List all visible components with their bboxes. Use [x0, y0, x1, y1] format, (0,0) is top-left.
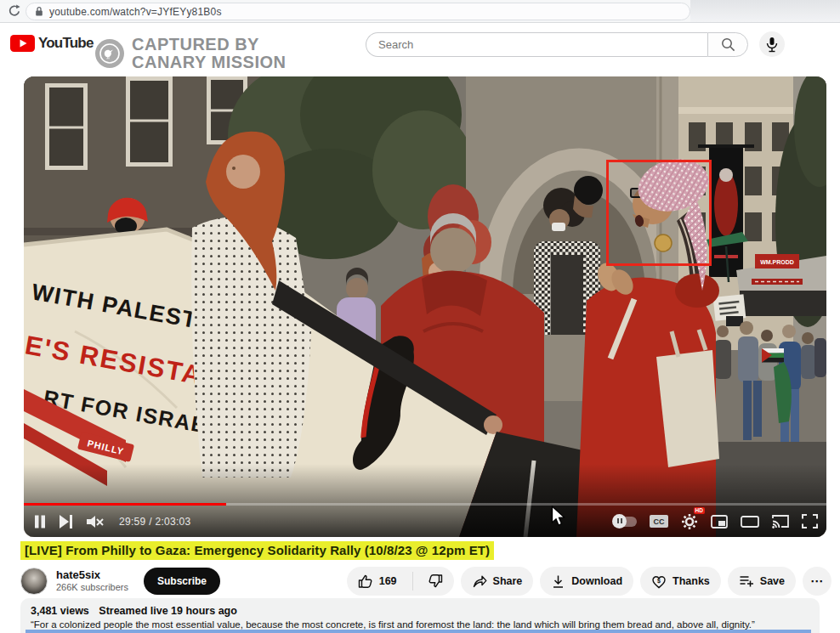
url-text: youtube.com/watch?v=JYfEYy81B0s — [49, 6, 222, 18]
browser-chrome-corner — [690, 0, 840, 22]
mouse-cursor — [551, 506, 565, 527]
palestinian-flag — [762, 348, 784, 363]
download-icon — [551, 574, 565, 589]
dislike-button[interactable] — [419, 567, 454, 596]
canary-mission-watermark: CAPTURED BY CANARY MISSION — [95, 36, 286, 71]
cast-button[interactable] — [772, 514, 789, 528]
watermark-text: CAPTURED BY CANARY MISSION — [132, 36, 286, 71]
divider — [412, 572, 413, 591]
save-label: Save — [760, 575, 785, 587]
mic-button[interactable] — [759, 31, 785, 57]
share-button[interactable]: Share — [461, 567, 534, 596]
watermark-line1: CAPTURED BY — [132, 36, 286, 54]
miniplayer-button[interactable] — [711, 515, 728, 528]
share-label: Share — [493, 575, 523, 587]
like-count: 169 — [379, 575, 397, 587]
thanks-button[interactable]: $ Thanks — [640, 567, 721, 596]
mic-icon — [766, 37, 778, 53]
hd-quality-badge: HD — [694, 507, 705, 515]
view-count: 3,481 views — [31, 605, 89, 617]
lock-icon — [35, 6, 43, 17]
channel-avatar[interactable] — [20, 568, 48, 595]
gear-icon — [681, 513, 698, 530]
fullscreen-button[interactable] — [802, 514, 818, 528]
search-button[interactable] — [707, 32, 748, 57]
reload-icon[interactable] — [7, 3, 22, 19]
time-display: 29:59 / 2:03:03 — [119, 516, 191, 528]
description-quote: “For a colonized people the most essenti… — [31, 619, 809, 630]
video-player[interactable]: WM.PRODD — [24, 76, 826, 537]
thumbs-down-icon — [428, 574, 443, 589]
mute-icon[interactable] — [85, 514, 105, 529]
next-button[interactable] — [59, 515, 74, 528]
thanks-label: Thanks — [673, 575, 710, 587]
text-selection-strip — [26, 630, 811, 633]
download-label: Download — [571, 575, 622, 587]
search-box[interactable] — [366, 32, 707, 57]
youtube-header: YouTube CAPTURED BY CANARY MISSION — [0, 24, 840, 76]
like-dislike-group: 169 — [347, 567, 454, 596]
channel-name[interactable]: hate5six — [56, 569, 128, 582]
share-icon — [472, 574, 487, 589]
channel-subscribers: 266K subscribers — [56, 582, 128, 593]
svg-text:$: $ — [657, 578, 661, 585]
settings-button[interactable]: HD — [681, 513, 698, 530]
watermark-line2: CANARY MISSION — [132, 54, 286, 71]
description-box[interactable]: 3,481 views Streamed live 19 hours ago “… — [20, 598, 820, 633]
browser-address-bar: youtube.com/watch?v=JYfEYy81B0s — [0, 0, 840, 23]
youtube-logo[interactable]: YouTube — [10, 35, 94, 52]
theater-mode-button[interactable] — [741, 516, 759, 528]
autoplay-toggle[interactable] — [614, 517, 637, 527]
subscribe-button[interactable]: Subscribe — [144, 568, 220, 595]
channel-row: hate5six 266K subscribers Subscribe 169 — [20, 563, 831, 599]
search-icon — [721, 37, 735, 52]
player-controls: 29:59 / 2:03:03 CC HD — [24, 506, 826, 537]
video-title: [LIVE] From Philly to Gaza: Emergency So… — [20, 541, 494, 560]
save-button[interactable]: Save — [728, 567, 796, 596]
youtube-play-icon — [10, 35, 35, 52]
thanks-heart-icon: $ — [651, 574, 667, 589]
video-actions: 169 Share Download — [347, 567, 831, 596]
thumbs-up-icon — [358, 574, 373, 589]
video-title-row: [LIVE] From Philly to Gaza: Emergency So… — [20, 541, 494, 560]
storefront-sign-text: WM.PRODD — [760, 259, 794, 265]
stream-timestamp: Streamed live 19 hours ago — [99, 605, 237, 617]
like-button[interactable]: 169 — [347, 567, 406, 596]
download-button[interactable]: Download — [540, 567, 633, 596]
search-input[interactable] — [377, 37, 697, 52]
save-playlist-icon — [739, 574, 754, 588]
face-detection-box — [606, 160, 712, 266]
pause-button[interactable] — [32, 514, 48, 529]
description-meta: 3,481 views Streamed live 19 hours ago — [31, 605, 809, 617]
url-omnibox[interactable]: youtube.com/watch?v=JYfEYy81B0s — [26, 3, 690, 20]
captions-button[interactable]: CC — [650, 515, 668, 528]
canary-logo-icon — [95, 39, 124, 68]
youtube-logo-text: YouTube — [38, 35, 94, 52]
more-actions-button[interactable]: ⋯ — [803, 567, 831, 596]
